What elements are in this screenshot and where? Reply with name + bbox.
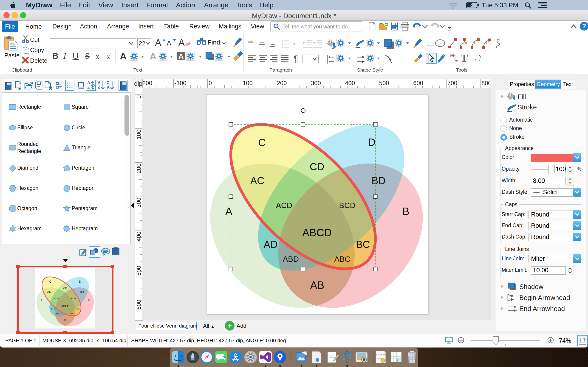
svg-text:BCD: BCD (71, 298, 76, 300)
svg-text:B: B (88, 299, 90, 302)
svg-text:BD: BD (80, 290, 84, 294)
svg-text:D: D (368, 136, 375, 148)
svg-text:AC: AC (47, 290, 51, 294)
svg-text:ABCD: ABCD (302, 227, 332, 239)
svg-text:ABC: ABC (70, 312, 74, 315)
svg-text:CD: CD (63, 287, 67, 290)
svg-text:C: C (258, 136, 266, 148)
svg-text:ABD: ABD (283, 255, 299, 263)
svg-text:AD: AD (263, 239, 277, 250)
svg-text:ACD: ACD (54, 298, 59, 300)
svg-text:BCD: BCD (339, 201, 355, 210)
svg-text:BD: BD (372, 175, 385, 186)
svg-text:A: A (40, 299, 43, 302)
svg-text:BC: BC (76, 308, 80, 311)
svg-text:C: C (49, 280, 52, 284)
svg-text:AD: AD (51, 308, 54, 311)
svg-text:ABC: ABC (334, 255, 350, 263)
svg-text:B: B (402, 205, 409, 217)
svg-text:Certificate: Certificate (376, 353, 385, 356)
svg-text:ABD: ABD (56, 312, 61, 315)
svg-text:AB: AB (310, 279, 324, 291)
svg-text:ACD: ACD (276, 201, 292, 210)
svg-text:A: A (225, 205, 233, 217)
svg-text:BC: BC (356, 239, 370, 250)
svg-text:ABCD: ABCD (61, 305, 69, 308)
svg-text:AB: AB (63, 319, 67, 322)
svg-text:D: D (79, 280, 81, 283)
svg-text:CD: CD (310, 161, 324, 172)
svg-text:AC: AC (250, 175, 264, 186)
